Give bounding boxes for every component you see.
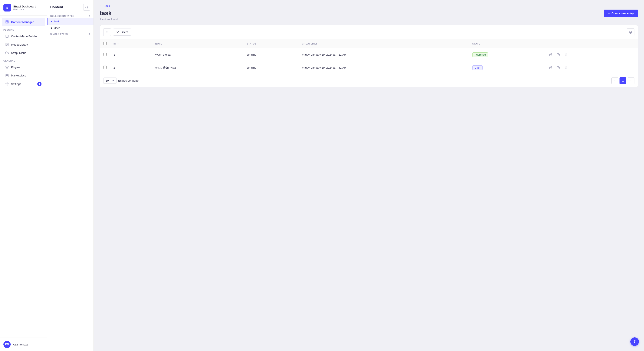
row-status: pending <box>243 48 298 61</box>
sidebar-item-plugins[interactable]: Plugins <box>2 63 45 71</box>
svg-point-10 <box>106 31 108 33</box>
main-header: task 2 entries found + Create new entry <box>100 10 638 21</box>
table-row: 2 พาแมวไปหาหมอ pending Friday, January 1… <box>100 61 638 74</box>
svg-rect-2 <box>6 22 7 23</box>
createdat-column-header: CREATEDAT <box>298 39 469 48</box>
row-status: pending <box>243 61 298 74</box>
sidebar-item-content-manager[interactable]: Content Manager <box>2 18 45 26</box>
per-page-label: Entries per page <box>118 79 138 82</box>
delete-button[interactable] <box>563 52 569 58</box>
sidebar-item-content-type-builder[interactable]: Content-Type Builder <box>2 32 45 40</box>
svg-point-7 <box>6 84 8 84</box>
select-all-checkbox[interactable] <box>103 42 107 45</box>
row-createdat: Friday, January 19, 2024 at 7:42 AM <box>298 61 469 74</box>
row-id: 2 <box>110 61 152 74</box>
row-id: 1 <box>110 48 152 61</box>
per-page-select: 10 20 50 100 Entries per page <box>103 78 138 84</box>
filters-button[interactable]: Filters <box>113 28 131 36</box>
nav-dot <box>51 28 52 29</box>
svg-rect-3 <box>7 22 8 23</box>
sidebar-item-label: Content-Type Builder <box>11 35 37 38</box>
content-nav-item-task[interactable]: task <box>47 18 94 25</box>
sidebar-item-media-library[interactable]: Media Library <box>2 40 45 48</box>
sidebar-footer: KN kajame naja ‹ <box>0 338 47 351</box>
sidebar-nav: Content Manager Plugins Content-Type Bui… <box>0 16 47 338</box>
duplicate-button[interactable] <box>556 65 561 71</box>
main-content: ← Back task 2 entries found + Create new… <box>94 0 644 351</box>
media-library-icon <box>5 42 9 46</box>
row-checkbox[interactable] <box>103 66 107 69</box>
single-types-section: Single Types 0 <box>47 31 94 36</box>
plugins-section-label: Plugins <box>0 26 47 32</box>
sidebar-header: S Strapi Dashboard Workplace <box>0 0 47 16</box>
row-state: Published <box>469 48 544 61</box>
content-nav-item-label: User <box>54 26 60 30</box>
svg-point-6 <box>6 44 7 44</box>
actions-column-header <box>544 39 638 48</box>
table-settings-button[interactable] <box>627 28 634 36</box>
row-checkbox[interactable] <box>103 52 107 56</box>
delete-button[interactable] <box>563 65 569 71</box>
state-badge: Draft <box>472 66 482 70</box>
create-new-entry-button[interactable]: + Create new entry <box>604 10 638 17</box>
row-checkbox-cell <box>100 61 110 74</box>
main-title-area: task 2 entries found <box>100 10 118 21</box>
sidebar-item-label: Content Manager <box>11 20 34 24</box>
content-nav-item-user[interactable]: User <box>47 25 94 31</box>
sidebar-app-title: Strapi Dashboard <box>13 5 36 8</box>
svg-rect-0 <box>6 21 7 22</box>
next-page-button[interactable]: › <box>628 77 634 84</box>
help-button[interactable]: ? <box>630 337 639 346</box>
svg-line-9 <box>87 8 88 8</box>
avatar: KN <box>4 341 11 348</box>
row-actions-cell <box>544 61 638 74</box>
table-toolbar: Filters <box>100 25 638 39</box>
footer-username: kajame naja <box>13 343 37 346</box>
sidebar-item-strapi-cloud[interactable]: Strapi Cloud <box>2 49 45 57</box>
svg-line-11 <box>108 32 108 33</box>
table-search-button[interactable] <box>103 28 111 36</box>
nav-dot <box>51 21 52 22</box>
sidebar-item-settings[interactable]: Settings 1 <box>2 80 45 88</box>
collection-types-section: Collection Types 2 <box>47 13 94 18</box>
sidebar-item-label: Settings <box>11 82 21 86</box>
svg-rect-15 <box>558 67 560 69</box>
pagination-controls: ‹ 1 › <box>612 77 634 84</box>
pagination-bar: 10 20 50 100 Entries per page ‹ 1 › <box>100 74 638 87</box>
back-arrow-icon: ← <box>100 4 102 8</box>
sidebar-collapse-button[interactable]: ‹ <box>39 342 43 346</box>
strapi-cloud-icon <box>5 51 9 55</box>
general-section-label: General <box>0 57 47 63</box>
page-title: task <box>100 10 118 17</box>
prev-page-button[interactable]: ‹ <box>612 77 618 84</box>
page-1-button[interactable]: 1 <box>620 77 626 84</box>
back-link[interactable]: ← Back <box>100 4 638 8</box>
entries-table: ID ▲ NOTE STATUS CREATEDAT STATE 1 Wash … <box>100 39 638 74</box>
table-row: 1 Wash the car pending Friday, January 1… <box>100 48 638 61</box>
id-column-header[interactable]: ID ▲ <box>110 39 152 48</box>
sidebar-item-marketplace[interactable]: Marketplace <box>2 71 45 80</box>
sidebar-item-label: Strapi Cloud <box>11 51 26 54</box>
plugins-icon <box>5 65 9 69</box>
state-badge: Published <box>472 52 488 57</box>
content-panel-header: Content <box>47 0 94 13</box>
entries-count: 2 entries found <box>100 18 118 21</box>
content-search-button[interactable] <box>83 4 90 11</box>
content-panel: Content Collection Types 2 task User Sin… <box>47 0 94 351</box>
row-checkbox-cell <box>100 48 110 61</box>
sidebar-item-label: Marketplace <box>11 74 26 77</box>
edit-button[interactable] <box>548 52 554 58</box>
settings-badge: 1 <box>37 82 42 86</box>
row-actions <box>548 65 634 71</box>
row-actions <box>548 52 634 58</box>
duplicate-button[interactable] <box>556 52 561 58</box>
row-actions-cell <box>544 48 638 61</box>
per-page-dropdown[interactable]: 10 20 50 100 <box>103 78 116 84</box>
select-all-header <box>100 39 110 48</box>
plus-icon: + <box>608 12 610 15</box>
sidebar-item-label: Plugins <box>11 66 20 69</box>
edit-button[interactable] <box>548 65 554 71</box>
sidebar: S Strapi Dashboard Workplace Content Man… <box>0 0 47 351</box>
content-type-builder-icon <box>5 34 9 38</box>
content-nav-item-label: task <box>54 20 60 23</box>
